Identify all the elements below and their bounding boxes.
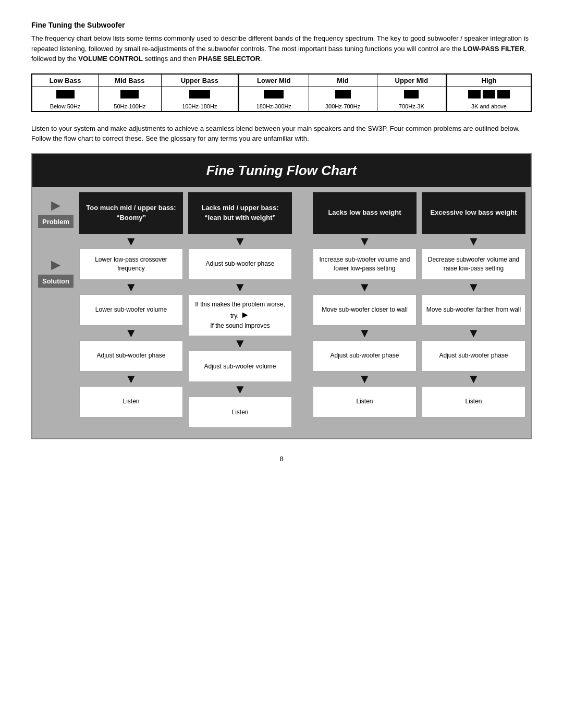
solution-col2: Adjust sub-woofer phase ▼ If this makes … — [188, 249, 292, 428]
problem-box-2: Lacks mid / upper bass: “lean but with w… — [188, 192, 292, 234]
sol3-box2: Move sub-woofer closer to wall — [313, 294, 417, 326]
intro-text-end: . — [260, 55, 262, 63]
down-arrow-2: ▼ — [234, 235, 247, 248]
frequency-chart: Low Bass Mid Bass Upper Bass Lower Mid M… — [31, 73, 532, 112]
sol4-box3: Adjust sub-woofer phase — [422, 340, 525, 372]
sol2-box4: Listen — [188, 397, 292, 428]
sol1-arrow1: ▼ — [125, 281, 138, 293]
sol1-box2: Lower sub-woofer volume — [79, 294, 183, 326]
intro-bold-vol: VOLUME CONTROL — [78, 55, 143, 63]
problem-col1: Too much mid / upper bass: “Boomy” — [79, 192, 183, 234]
problem-label-cell: ► Problem — [38, 198, 74, 228]
sol1-box1: Lower low-pass crossover frequency — [79, 249, 183, 280]
flow-chart-container: Fine Tuning Flow Chart ► Problem Too muc… — [31, 153, 532, 440]
sol2-arrow1: ▼ — [234, 281, 247, 293]
sol3-arrow3: ▼ — [359, 373, 371, 385]
freq-label-low-bass: Low Bass — [32, 74, 99, 87]
sol3-arrow1: ▼ — [359, 281, 371, 293]
problem-box-1: Too much mid / upper bass: “Boomy” — [79, 192, 183, 234]
sol4-box1: Decrease subwoofer volume and raise low-… — [422, 249, 525, 280]
down-arrow-4: ▼ — [468, 235, 480, 248]
sol2-box1: Adjust sub-woofer phase — [188, 249, 292, 280]
freq-hz-low-bass: Below 50Hz — [32, 102, 99, 112]
freq-hz-high: 3K and above — [446, 102, 531, 112]
section-title: Fine Tuning the Subwoofer — [31, 21, 532, 29]
sol1-arrow2: ▼ — [125, 327, 138, 339]
freq-bar-mid — [309, 87, 377, 102]
problem-col4: Excessive low bass weight — [422, 192, 525, 234]
sol4-box4: Listen — [422, 386, 525, 417]
sol4-arrow3: ▼ — [468, 373, 480, 385]
flow-chart-title: Fine Tuning Flow Chart — [32, 154, 531, 187]
freq-bar-upper-mid — [377, 87, 446, 102]
sol1-box3: Adjust sub-woofer phase — [79, 340, 183, 372]
freq-bar-upper-bass — [161, 87, 238, 102]
down-arrow-col2: ▼ — [188, 234, 292, 249]
sol3-box3: Adjust sub-woofer phase — [313, 340, 417, 372]
freq-hz-lower-mid: 180Hz-300Hz — [238, 102, 309, 112]
intro-bold-phase: PHASE SELECTOR — [198, 55, 260, 63]
intro-bold-lpf: LOW-PASS FILTER — [463, 45, 524, 53]
right-arrow-icon: ► — [240, 310, 250, 320]
problem-arrow-icon: ► — [48, 198, 64, 213]
page-number: 8 — [31, 455, 532, 463]
sol3-box1: Increase sub-woofer volume and lower low… — [313, 249, 417, 280]
solution-boxes: Lower low-pass crossover frequency ▼ Low… — [79, 249, 525, 428]
solution-col1: Lower low-pass crossover frequency ▼ Low… — [79, 249, 183, 428]
down-arrow-col3: ▼ — [313, 234, 417, 249]
freq-hz-upper-mid: 700Hz-3K — [377, 102, 446, 112]
freq-label-upper-mid: Upper Mid — [377, 74, 446, 87]
freq-bar-high — [446, 87, 531, 102]
freq-hz-mid: 300Hz-700Hz — [309, 102, 377, 112]
solution-col3: Increase sub-woofer volume and lower low… — [313, 249, 417, 428]
sol2-text: If this makes the problem worse, try. ►I… — [192, 300, 288, 331]
intro-paragraph: The frequency chart below lists some ter… — [31, 33, 532, 64]
freq-hz-upper-bass: 100Hz-180Hz — [161, 102, 238, 112]
problem-row: ► Problem Too much mid / upper bass: “Bo… — [38, 192, 525, 234]
down-arrows-row1: ▼ ▼ ▼ ▼ — [79, 234, 525, 249]
sol4-arrow2: ▼ — [468, 327, 480, 339]
problem-col3: Lacks low bass weight — [313, 192, 417, 234]
sol2-box3: Adjust sub-woofer volume — [188, 351, 292, 382]
freq-label-high: High — [446, 74, 531, 87]
sol2-special-box: If this makes the problem worse, try. ►I… — [188, 294, 292, 337]
solution-arrow-icon: ► — [48, 257, 64, 273]
intro-text-before: The frequency chart below lists some ter… — [31, 34, 529, 53]
down-arrow-gap — [297, 234, 308, 249]
freq-hz-mid-bass: 50Hz-100Hz — [99, 102, 162, 112]
freq-label-mid-bass: Mid Bass — [99, 74, 162, 87]
sol4-arrow1: ▼ — [468, 281, 480, 293]
sol1-box4: Listen — [79, 386, 183, 417]
problem-box-4: Excessive low bass weight — [422, 192, 525, 234]
down-arrow-3: ▼ — [359, 235, 371, 248]
freq-bar-lower-mid — [238, 87, 309, 102]
down-arrow-col4: ▼ — [422, 234, 525, 249]
freq-bar-low-bass — [32, 87, 99, 102]
freq-label-mid: Mid — [309, 74, 377, 87]
problem-boxes: Too much mid / upper bass: “Boomy” Lacks… — [79, 192, 525, 234]
sol2-arrow3: ▼ — [234, 383, 247, 396]
problem-row-label: Problem — [38, 215, 74, 228]
problem-box-3: Lacks low bass weight — [313, 192, 417, 234]
intro-text-mid2: settings and then — [143, 55, 198, 63]
solution-label-cell: ► Solution — [38, 257, 74, 288]
freq-table: Low Bass Mid Bass Upper Bass Lower Mid M… — [31, 73, 532, 112]
freq-bar-mid-bass — [99, 87, 162, 102]
down-arrow-1: ▼ — [125, 235, 138, 248]
down-arrow-col1: ▼ — [79, 234, 183, 249]
sol3-box4: Listen — [313, 386, 417, 417]
between-text: Listen to your system and make adjustmen… — [31, 124, 532, 144]
freq-label-upper-bass: Upper Bass — [161, 74, 238, 87]
sol3-arrow2: ▼ — [359, 327, 371, 339]
sol1-arrow3: ▼ — [125, 373, 138, 385]
solution-row: ► Solution Lower low-pass crossover freq… — [38, 249, 525, 428]
solution-row-label: Solution — [38, 275, 74, 288]
freq-label-lower-mid: Lower Mid — [238, 74, 309, 87]
sol2-arrow2: ▼ — [234, 337, 247, 350]
sol4-box2: Move sub-woofer farther from wall — [422, 294, 525, 326]
sol2-box2-text: If this makes the problem worse, try. ►I… — [188, 294, 292, 337]
solution-col4: Decrease subwoofer volume and raise low-… — [422, 249, 525, 428]
problem-col2: Lacks mid / upper bass: “lean but with w… — [188, 192, 292, 234]
solution-col-gap — [297, 249, 308, 428]
